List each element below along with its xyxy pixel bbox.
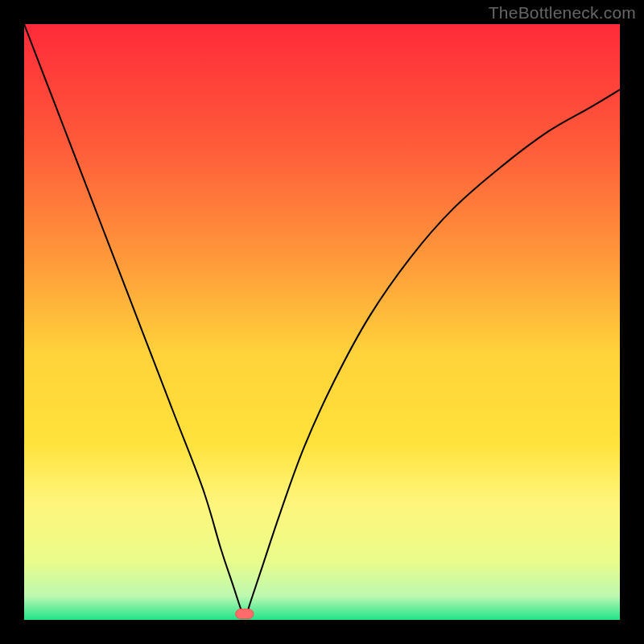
gradient-background — [24, 24, 620, 620]
chart-svg — [24, 24, 620, 620]
chart-frame: TheBottleneck.com — [0, 0, 644, 644]
plot-area — [24, 24, 620, 620]
watermark-label: TheBottleneck.com — [489, 3, 636, 23]
min-marker — [236, 609, 254, 619]
